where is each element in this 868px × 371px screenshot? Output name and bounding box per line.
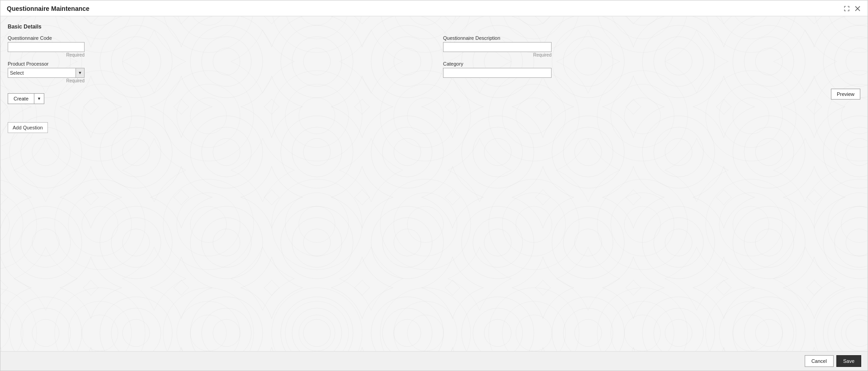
product-processor-label: Product Processor <box>8 61 425 67</box>
questionnaire-code-required: Required <box>8 52 85 57</box>
right-column: Questionnaire Description Required Categ… <box>443 35 860 87</box>
questionnaire-description-required: Required <box>443 52 552 57</box>
add-question-area: Add Question <box>0 122 868 133</box>
product-processor-group: Product Processor ▼ Required <box>8 61 425 83</box>
questionnaire-code-input[interactable] <box>8 42 85 52</box>
content-area: Basic Details Questionnaire Code Require… <box>0 16 868 351</box>
form-grid: Questionnaire Code Required Product Proc… <box>8 35 860 87</box>
create-button-group: Create ▼ <box>8 93 44 104</box>
bottom-bar: Cancel Save <box>0 351 868 371</box>
category-label: Category <box>443 61 860 67</box>
category-group: Category <box>443 61 860 78</box>
questionnaire-description-group: Questionnaire Description Required <box>443 35 860 57</box>
create-button[interactable]: Create <box>8 93 34 104</box>
window-title: Questionnaire Maintenance <box>7 5 90 12</box>
questionnaire-description-label: Questionnaire Description <box>443 35 860 41</box>
product-processor-required: Required <box>8 78 85 83</box>
section-title: Basic Details <box>8 24 860 30</box>
add-question-button[interactable]: Add Question <box>8 122 48 133</box>
questionnaire-description-input[interactable] <box>443 42 552 52</box>
form-container: Basic Details Questionnaire Code Require… <box>0 16 868 104</box>
close-button[interactable] <box>854 5 861 12</box>
category-input[interactable] <box>443 68 552 78</box>
toolbar-row: Create ▼ <box>8 93 860 104</box>
product-processor-input[interactable] <box>8 68 75 78</box>
left-column: Questionnaire Code Required Product Proc… <box>8 35 425 87</box>
product-processor-select-wrapper: ▼ <box>8 68 85 78</box>
create-dropdown-button[interactable]: ▼ <box>34 93 44 104</box>
main-window: Questionnaire Maintenance <box>0 0 868 371</box>
questionnaire-code-label: Questionnaire Code <box>8 35 425 41</box>
questionnaire-code-group: Questionnaire Code Required <box>8 35 425 57</box>
product-processor-dropdown-button[interactable]: ▼ <box>75 68 85 78</box>
window-controls <box>843 5 861 12</box>
save-button[interactable]: Save <box>836 355 861 367</box>
cancel-button[interactable]: Cancel <box>805 355 834 367</box>
resize-button[interactable] <box>843 5 850 12</box>
title-bar: Questionnaire Maintenance <box>0 0 868 16</box>
